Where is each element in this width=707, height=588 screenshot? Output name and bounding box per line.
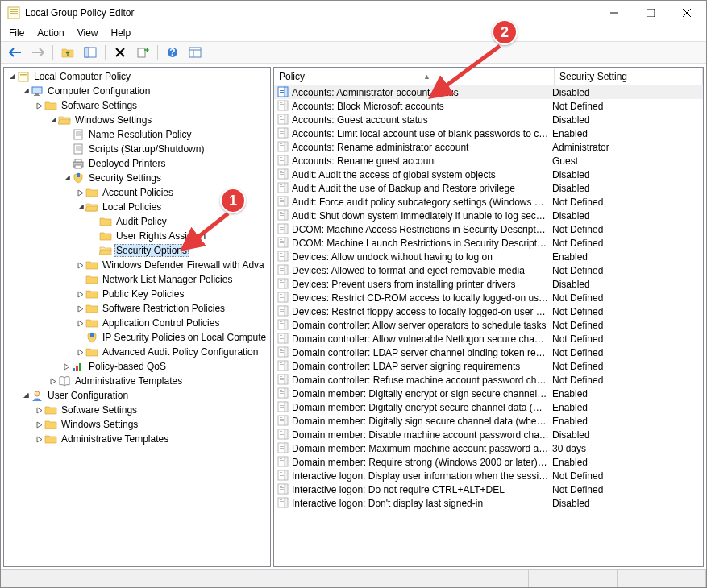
policy-row[interactable]: Domain controller: LDAP server channel b… — [274, 346, 703, 359]
svg-rect-71 — [285, 169, 288, 179]
policy-row[interactable]: Interactive logon: Display user informat… — [274, 469, 703, 482]
policy-row[interactable]: Domain controller: Allow vulnerable Netl… — [274, 332, 703, 346]
maximize-button[interactable] — [632, 1, 668, 25]
policy-row[interactable]: Devices: Restrict CD-ROM access to local… — [274, 291, 703, 304]
policy-row[interactable]: Accounts: Rename administrator account A… — [274, 140, 703, 154]
menu-file[interactable]: File — [9, 27, 24, 39]
expand-icon[interactable] — [76, 291, 85, 298]
tree-name-resolution[interactable]: Name Resolution Policy — [4, 127, 270, 142]
expand-icon[interactable] — [21, 392, 31, 400]
expand-icon[interactable] — [76, 305, 85, 313]
tree-computer-config[interactable]: Computer Configuration — [4, 84, 270, 98]
expand-icon[interactable] — [48, 117, 58, 124]
policy-name: Devices: Allow undock without having to … — [292, 251, 552, 263]
policy-setting: Disabled — [552, 87, 703, 98]
policy-row[interactable]: Audit: Audit the use of Backup and Resto… — [274, 181, 703, 195]
tree-software-settings2[interactable]: Software Settings — [4, 403, 270, 417]
tree-node-icon — [85, 346, 98, 358]
policy-row[interactable]: Domain member: Disable machine account p… — [274, 428, 703, 441]
expand-icon[interactable] — [76, 189, 85, 197]
expand-icon[interactable] — [76, 320, 85, 327]
forward-button[interactable] — [28, 43, 48, 61]
tree-security-settings[interactable]: Security Settings — [4, 171, 270, 185]
policy-row[interactable]: Interactive logon: Don't display last si… — [274, 496, 703, 510]
policy-row[interactable]: Audit: Shut down system immediately if u… — [274, 209, 703, 222]
policy-row[interactable]: DCOM: Machine Access Restrictions in Sec… — [274, 222, 703, 236]
tree-admin-templates2[interactable]: Administrative Templates — [4, 432, 270, 446]
export-button[interactable] — [133, 43, 152, 61]
policy-row[interactable]: Audit: Audit the access of global system… — [274, 168, 703, 181]
tree-node-icon — [31, 389, 44, 402]
column-setting[interactable]: Security Setting — [555, 68, 703, 85]
menu-action[interactable]: Action — [37, 27, 64, 39]
policy-row[interactable]: Accounts: Limit local account use of bla… — [274, 126, 703, 140]
close-button[interactable] — [668, 1, 705, 25]
expand-icon[interactable] — [7, 73, 17, 81]
expand-icon[interactable] — [21, 88, 31, 95]
menu-help[interactable]: Help — [111, 27, 131, 39]
tree-ipsec[interactable]: IP Security Policies on Local Compute — [4, 330, 270, 345]
minimize-button[interactable] — [596, 1, 632, 25]
tree-qos[interactable]: Policy-based QoS — [4, 359, 270, 374]
policy-name: Interactive logon: Display user informat… — [292, 470, 552, 482]
policy-row[interactable]: Domain controller: Refuse machine accoun… — [274, 373, 703, 387]
tree-public-key[interactable]: Public Key Policies — [4, 287, 270, 301]
policy-row[interactable]: Domain controller: Allow server operator… — [274, 318, 703, 332]
expand-icon[interactable] — [48, 378, 58, 385]
properties-button[interactable] — [185, 43, 205, 61]
expand-icon[interactable] — [76, 262, 85, 269]
tree-admin-templates[interactable]: Administrative Templates — [4, 374, 270, 388]
svg-rect-94 — [280, 229, 284, 230]
tree-scripts[interactable]: Scripts (Startup/Shutdown) — [4, 142, 270, 156]
tree-advanced-audit[interactable]: Advanced Audit Policy Configuration — [4, 345, 270, 359]
policy-row[interactable]: Domain member: Digitally encrypt secure … — [274, 400, 703, 414]
policy-row[interactable]: Accounts: Rename guest account Guest — [274, 154, 703, 168]
expand-icon[interactable] — [76, 204, 85, 211]
policy-row[interactable]: Domain member: Digitally encrypt or sign… — [274, 387, 703, 400]
list-pane[interactable]: Policy▲ Security Setting Accounts: Admin… — [273, 67, 704, 567]
tree-app-control[interactable]: Application Control Policies — [4, 316, 270, 330]
expand-icon[interactable] — [35, 436, 44, 443]
svg-rect-54 — [280, 119, 284, 120]
policy-row[interactable]: Devices: Allow undock without having to … — [274, 250, 703, 263]
tree-user-config[interactable]: User Configuration — [4, 388, 270, 403]
up-button[interactable] — [58, 43, 77, 61]
svg-rect-134 — [280, 338, 284, 339]
policy-row[interactable]: Accounts: Guest account status Disabled — [274, 113, 703, 126]
tree-deployed-printers[interactable]: Deployed Printers — [4, 156, 270, 171]
policy-row[interactable]: Devices: Allowed to format and eject rem… — [274, 263, 703, 277]
tree-software-restriction[interactable]: Software Restriction Policies — [4, 301, 270, 316]
tree-software-settings[interactable]: Software Settings — [4, 98, 270, 113]
expand-icon[interactable] — [62, 175, 72, 182]
delete-button[interactable] — [110, 43, 130, 61]
expand-icon[interactable] — [76, 349, 85, 356]
policy-row[interactable]: Domain member: Digitally sign secure cha… — [274, 414, 703, 428]
policy-row[interactable]: Audit: Force audit policy subcategory se… — [274, 195, 703, 209]
tree-network-list[interactable]: Network List Manager Policies — [4, 272, 270, 287]
back-button[interactable] — [6, 43, 25, 61]
expand-icon[interactable] — [35, 102, 44, 110]
titlebar[interactable]: Local Group Policy Editor — [1, 1, 706, 25]
policy-row[interactable]: Devices: Prevent users from installing p… — [274, 277, 703, 291]
expand-icon[interactable] — [35, 421, 44, 429]
policy-row[interactable]: Domain controller: LDAP server signing r… — [274, 359, 703, 373]
column-policy[interactable]: Policy▲ — [274, 68, 555, 85]
policy-row[interactable]: Devices: Restrict floppy access to local… — [274, 304, 703, 318]
svg-rect-131 — [285, 333, 288, 343]
policy-row[interactable]: DCOM: Machine Launch Restrictions in Sec… — [274, 236, 703, 250]
show-hide-tree-button[interactable] — [81, 43, 100, 61]
tree-node-icon — [58, 375, 71, 387]
policy-row[interactable]: Domain member: Maximum machine account p… — [274, 441, 703, 455]
tree-root[interactable]: Local Computer Policy — [4, 69, 270, 84]
policy-row[interactable]: Domain member: Require strong (Windows 2… — [274, 455, 703, 469]
menu-view[interactable]: View — [77, 27, 98, 39]
tree-windows-settings[interactable]: Windows Settings — [4, 113, 270, 127]
svg-rect-44 — [280, 92, 284, 93]
expand-icon[interactable] — [62, 363, 72, 371]
tree-windows-settings2[interactable]: Windows Settings — [4, 417, 270, 432]
policy-row[interactable]: Interactive logon: Do not require CTRL+A… — [274, 482, 703, 496]
tree-pane[interactable]: Local Computer Policy Computer Configura… — [3, 67, 271, 567]
svg-rect-187 — [280, 486, 282, 487]
expand-icon[interactable] — [35, 407, 44, 414]
help-button[interactable]: ? — [163, 43, 182, 61]
